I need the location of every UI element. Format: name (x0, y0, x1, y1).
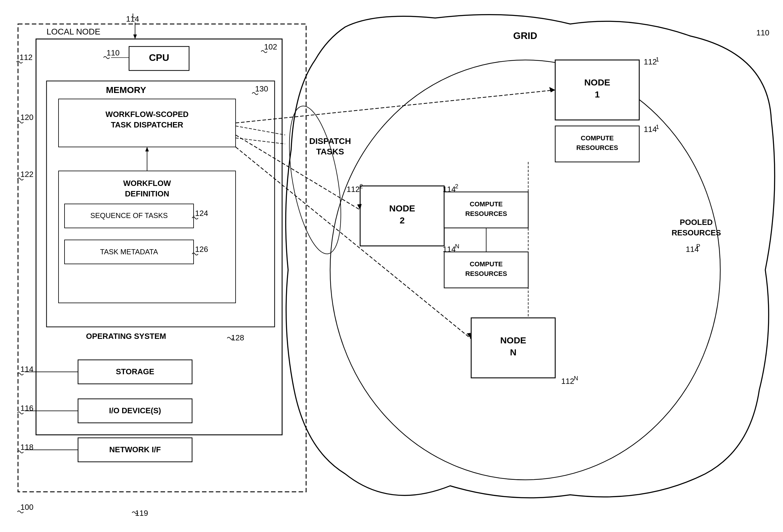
ref-114-1: 114 (644, 125, 657, 134)
sequence-tasks-label: SEQUENCE OF TASKS (90, 211, 168, 220)
grid-label: GRID (513, 30, 537, 41)
os-label: OPERATING SYSTEM (86, 332, 166, 341)
node2-line1: NODE (389, 203, 415, 213)
ref-110-cpu: 110 (106, 48, 120, 57)
ref-112-N: 112 (561, 377, 574, 386)
ref-102: 102 (264, 42, 277, 51)
diagram: LOCAL NODE 114 L 102 CPU 110 112 MEMORY … (0, 0, 783, 532)
nodeN-line2: N (510, 347, 516, 357)
node2-line2: 2 (400, 215, 405, 225)
ref-128: 128 (231, 333, 244, 342)
local-node-label: LOCAL NODE (46, 27, 100, 36)
task-metadata-label: TASK METADATA (100, 248, 158, 256)
workflow-def-line2: DEFINITION (125, 189, 169, 198)
node1-line2: 1 (595, 89, 600, 99)
cpu-label: CPU (149, 52, 169, 63)
ref-112-main: 112 (20, 53, 32, 62)
workflow-def-line1: WORKFLOW (123, 179, 171, 188)
storage-label: STORAGE (116, 367, 154, 376)
ref-112-1: 112 (644, 57, 657, 66)
dispatch-tasks-line1: DISPATCH (309, 136, 351, 146)
dispatch-tasks-line2: TASKS (316, 147, 344, 156)
network-if-label: NETWORK I/F (109, 445, 161, 454)
ref-124: 124 (195, 209, 208, 218)
compute2-line2: RESOURCES (465, 210, 507, 218)
ref-119: 119 (135, 509, 148, 518)
pooled-resources-line2: RESOURCES (672, 228, 721, 237)
ref-112-1-sub: 1 (656, 56, 659, 63)
ref-112-2-sub: 2 (359, 183, 363, 190)
ref-114-N: 114 (443, 245, 456, 254)
ref-122: 122 (21, 170, 33, 179)
ref-110-grid: 110 (756, 28, 769, 37)
dispatcher-line2: TASK DISPATCHER (111, 120, 183, 129)
ref-118: 118 (21, 443, 33, 452)
svg-text:L: L (132, 12, 136, 20)
compute1-line1: COMPUTE (581, 134, 614, 142)
ref-114-storage: 114 (21, 365, 33, 374)
ref-130: 130 (255, 84, 268, 93)
ref-114P-sub: P (696, 243, 700, 250)
ref-114-2-sub: 2 (455, 183, 458, 190)
nodeN-line1: NODE (500, 335, 526, 345)
ref-120: 120 (21, 113, 33, 122)
computeN-line2: RESOURCES (465, 270, 507, 277)
ref-126: 126 (195, 245, 208, 254)
ref-116: 116 (21, 404, 33, 413)
ref-100: 100 (21, 503, 33, 511)
ref-112-2: 112 (347, 185, 359, 194)
compute2-line1: COMPUTE (470, 200, 503, 208)
ref-112-N-sub: N (574, 375, 578, 381)
compute1-line2: RESOURCES (576, 144, 618, 152)
ref-114-1-sub: 1 (656, 124, 659, 130)
dispatcher-line1: WORKFLOW-SCOPED (106, 110, 189, 119)
computeN-line1: COMPUTE (470, 260, 503, 268)
memory-label: MEMORY (106, 85, 146, 95)
node1-line1: NODE (584, 77, 610, 87)
ref-114-2: 114 (443, 185, 456, 194)
io-label: I/O DEVICE(S) (109, 406, 161, 415)
ref-114-N-sub: N (455, 243, 459, 250)
pooled-resources-line1: POOLED (680, 218, 713, 227)
